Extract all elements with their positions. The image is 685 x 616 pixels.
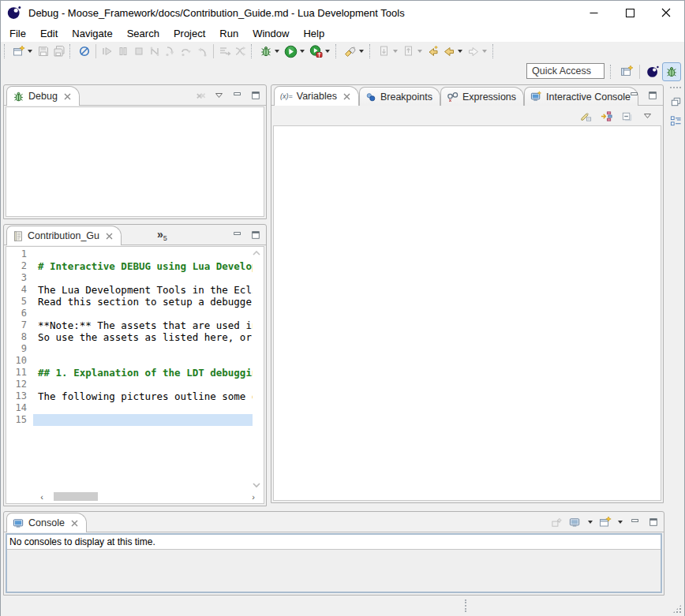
line-number[interactable]: 12 xyxy=(6,379,33,390)
window-resize-grip[interactable] xyxy=(672,604,682,614)
editor-line[interactable] xyxy=(33,308,253,319)
scroll-right-icon[interactable]: › xyxy=(248,491,259,502)
scroll-left-icon[interactable]: ‹ xyxy=(36,491,47,502)
editor-line[interactable]: ## 1. Explanation of the LDT debuggin xyxy=(33,367,253,379)
line-number[interactable]: 1 xyxy=(6,248,33,260)
back-button[interactable] xyxy=(441,43,466,60)
toolbar-drag-handle[interactable] xyxy=(69,44,74,58)
collapse-all-button[interactable] xyxy=(619,109,634,123)
line-number[interactable]: 10 xyxy=(6,355,33,367)
editor-line[interactable] xyxy=(33,343,253,355)
editor-line[interactable] xyxy=(33,379,253,390)
minimize-view-button[interactable] xyxy=(627,515,642,529)
scrollbar-thumb[interactable] xyxy=(54,492,98,501)
tab-expressions[interactable]: Expressions xyxy=(440,87,524,106)
skip-all-breakpoints-button[interactable] xyxy=(77,43,92,60)
step-return-button[interactable] xyxy=(194,43,210,60)
previous-annotation-button[interactable] xyxy=(401,43,425,60)
close-tab-icon[interactable] xyxy=(342,92,351,101)
use-step-filters-button[interactable] xyxy=(217,43,233,60)
terminate-button[interactable] xyxy=(131,43,147,60)
minimize-view-button[interactable] xyxy=(627,88,642,103)
line-number[interactable]: 11 xyxy=(6,367,33,379)
minimize-view-button[interactable] xyxy=(230,88,245,103)
debug-dropdown[interactable] xyxy=(275,50,279,53)
toolbar-drag-handle[interactable] xyxy=(610,65,615,79)
window-close-button[interactable] xyxy=(648,1,684,24)
external-tools-button[interactable] xyxy=(308,43,333,60)
editor-line[interactable] xyxy=(33,402,253,414)
editor-line[interactable] xyxy=(33,355,253,367)
menu-item-window[interactable]: Window xyxy=(245,26,296,41)
open-console-dropdown[interactable] xyxy=(618,521,623,524)
toolbar-drag-handle[interactable] xyxy=(492,44,497,58)
editor-line[interactable]: The Lua Development Tools in the Ecli xyxy=(33,284,253,296)
open-console-button[interactable] xyxy=(597,515,612,529)
maximize-view-button[interactable] xyxy=(248,228,263,242)
tab-interactive-console[interactable]: Interactive Console xyxy=(524,87,638,106)
editor-line[interactable]: Read this section to setup a debugger xyxy=(33,296,253,308)
trim-drag-handle[interactable] xyxy=(670,87,681,90)
view-menu-button[interactable] xyxy=(640,109,655,123)
previous-annotation-dropdown[interactable] xyxy=(417,50,422,53)
debug-view-content[interactable] xyxy=(6,106,264,217)
line-number[interactable]: 4 xyxy=(6,284,33,296)
search-button[interactable] xyxy=(342,43,367,60)
new-wizard-button[interactable] xyxy=(11,43,36,60)
restore-view-button[interactable] xyxy=(668,95,683,109)
disconnect-button[interactable] xyxy=(147,43,163,60)
line-number[interactable]: 3 xyxy=(6,272,33,284)
line-number[interactable]: 14 xyxy=(6,402,33,414)
editor-content[interactable]: 123456789101112131415 # Interactive DEBU… xyxy=(6,246,264,504)
remove-all-terminated-button[interactable] xyxy=(193,88,208,103)
editor-line[interactable]: So use the assets as listed here, or xyxy=(33,331,253,343)
menu-item-project[interactable]: Project xyxy=(167,26,212,41)
open-perspective-button[interactable] xyxy=(617,62,636,81)
tab-contribution-guide[interactable]: Contribution_Gu xyxy=(6,226,122,245)
close-tab-icon[interactable] xyxy=(63,92,72,101)
menu-item-run[interactable]: Run xyxy=(212,26,245,41)
display-console-dropdown[interactable] xyxy=(588,521,593,524)
line-number[interactable]: 15 xyxy=(6,414,33,426)
minimize-view-button[interactable] xyxy=(230,228,245,242)
line-number-ruler[interactable]: 123456789101112131415 xyxy=(6,248,33,491)
debug-button[interactable] xyxy=(258,43,283,60)
line-number[interactable]: 2 xyxy=(6,260,33,272)
scrollbar-track[interactable] xyxy=(47,491,248,502)
maximize-view-button[interactable] xyxy=(248,88,263,103)
new-wizard-dropdown[interactable] xyxy=(28,50,32,53)
display-selected-console-button[interactable] xyxy=(567,515,582,529)
show-type-names-button[interactable] xyxy=(578,109,593,123)
view-menu-button[interactable] xyxy=(211,88,226,103)
toolbar-drag-handle[interactable] xyxy=(4,44,9,58)
scroll-up-icon[interactable] xyxy=(252,249,261,257)
hidden-editors-chooser[interactable]: » 5 xyxy=(157,230,167,242)
tab-breakpoints[interactable]: Breakpoints xyxy=(359,87,440,106)
back-dropdown[interactable] xyxy=(458,50,462,53)
pin-console-button[interactable] xyxy=(549,515,564,529)
menu-item-help[interactable]: Help xyxy=(296,26,331,41)
line-number[interactable]: 8 xyxy=(6,331,33,343)
menu-item-file[interactable]: File xyxy=(2,26,33,41)
maximize-view-button[interactable] xyxy=(645,88,660,103)
quick-access-input[interactable]: Quick Access xyxy=(526,63,605,79)
line-number[interactable]: 9 xyxy=(6,343,33,355)
run-dropdown[interactable] xyxy=(300,50,305,53)
toolbar-drag-handle[interactable] xyxy=(251,44,256,58)
external-tools-dropdown[interactable] xyxy=(325,50,330,53)
lua-perspective-button[interactable] xyxy=(643,62,662,81)
tab-variables[interactable]: (x)= Variables xyxy=(274,86,359,106)
tab-console[interactable]: Console xyxy=(6,513,87,532)
tab-debug[interactable]: Debug xyxy=(6,86,80,106)
forward-dropdown[interactable] xyxy=(482,50,487,53)
line-number[interactable]: 5 xyxy=(6,296,33,308)
line-number[interactable]: 7 xyxy=(6,319,33,331)
save-button[interactable] xyxy=(36,43,51,60)
close-tab-icon[interactable] xyxy=(105,232,114,241)
menu-item-edit[interactable]: Edit xyxy=(33,26,65,41)
resume-button[interactable] xyxy=(99,43,115,60)
show-logical-structure-button[interactable] xyxy=(599,109,614,123)
search-dropdown[interactable] xyxy=(359,50,364,53)
forward-button[interactable] xyxy=(466,43,490,60)
step-over-button[interactable] xyxy=(178,43,194,60)
